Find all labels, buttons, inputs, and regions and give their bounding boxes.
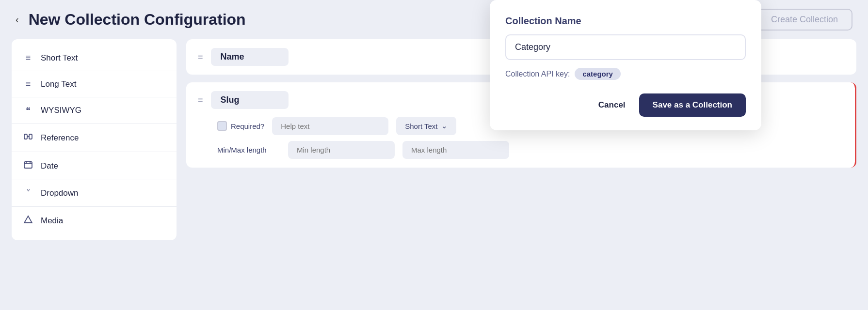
type-chevron-icon: ⌄ — [441, 122, 448, 130]
api-key-label: Collection API key: — [505, 70, 570, 78]
minmax-row: Min/Max length — [217, 141, 843, 159]
reference-icon — [22, 132, 34, 144]
minmax-label: Min/Max length — [217, 146, 280, 154]
type-label: Short Text — [405, 122, 437, 130]
sidebar-item-long-text[interactable]: ≡ Long Text — [12, 71, 177, 97]
sidebar: ≡ Short Text ≡ Long Text ❝ WYSIWYG Refer… — [12, 39, 177, 240]
drag-handle-icon[interactable]: ≡ — [198, 95, 203, 105]
required-label: Required? — [217, 121, 264, 131]
name-field-label: Name — [211, 48, 289, 66]
sidebar-item-reference[interactable]: Reference — [12, 124, 177, 152]
sidebar-item-media[interactable]: Media — [12, 207, 177, 234]
sidebar-item-label: Media — [41, 216, 63, 226]
type-dropdown[interactable]: Short Text ⌄ — [396, 117, 456, 135]
collection-name-input[interactable] — [505, 34, 746, 60]
date-icon — [22, 160, 34, 172]
cancel-button[interactable]: Cancel — [593, 96, 631, 114]
api-key-badge: category — [575, 68, 621, 80]
modal-actions: Cancel Save as a Collection — [505, 93, 746, 117]
wysiwyg-icon: ❝ — [22, 105, 34, 116]
save-as-collection-button[interactable]: Save as a Collection — [639, 93, 746, 117]
sidebar-item-short-text[interactable]: ≡ Short Text — [12, 45, 177, 71]
long-text-icon: ≡ — [22, 79, 34, 89]
page-title: New Collection Configuration — [29, 11, 246, 29]
short-text-icon: ≡ — [22, 53, 34, 63]
header-left: ‹ New Collection Configuration — [12, 11, 246, 29]
sidebar-item-dropdown[interactable]: ˅ Dropdown — [12, 180, 177, 207]
max-length-input[interactable] — [402, 141, 509, 159]
sidebar-item-date[interactable]: Date — [12, 152, 177, 180]
required-text: Required? — [231, 122, 264, 130]
svg-rect-0 — [24, 134, 27, 139]
collection-name-modal: Collection Name Collection API key: cate… — [490, 0, 761, 130]
sidebar-item-label: Reference — [41, 133, 79, 143]
api-key-row: Collection API key: category — [505, 68, 746, 80]
dropdown-icon: ˅ — [22, 188, 34, 199]
create-collection-button[interactable]: Create Collection — [756, 9, 852, 31]
drag-handle-icon[interactable]: ≡ — [198, 52, 203, 62]
sidebar-item-label: Short Text — [41, 53, 78, 63]
required-checkbox[interactable] — [217, 121, 227, 131]
min-length-input[interactable] — [288, 141, 395, 159]
svg-marker-7 — [24, 216, 32, 223]
sidebar-item-label: Dropdown — [41, 188, 79, 198]
media-icon — [22, 215, 34, 227]
slug-field-label: Slug — [211, 91, 289, 109]
svg-rect-1 — [29, 134, 32, 139]
sidebar-item-label: Long Text — [41, 79, 76, 89]
modal-title: Collection Name — [505, 16, 746, 27]
main-content: ≡ Short Text ≡ Long Text ❝ WYSIWYG Refer… — [0, 39, 868, 308]
back-button[interactable]: ‹ — [12, 12, 23, 27]
sidebar-item-wysiwyg[interactable]: ❝ WYSIWYG — [12, 97, 177, 124]
svg-rect-3 — [24, 162, 32, 168]
help-text-input[interactable] — [272, 117, 388, 135]
sidebar-item-label: WYSIWYG — [41, 106, 81, 115]
sidebar-item-label: Date — [41, 161, 58, 171]
